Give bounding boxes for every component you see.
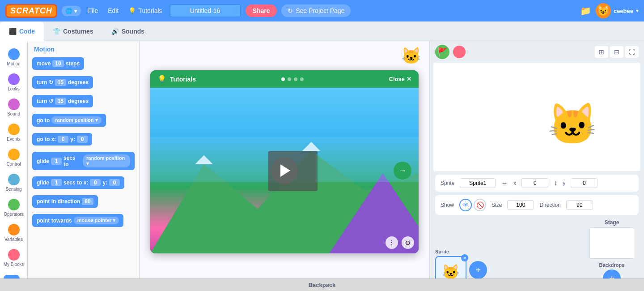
more-options-button[interactable]: ⋮ — [386, 236, 398, 249]
sidebar-item-motion[interactable]: Motion — [0, 45, 27, 70]
motion-label: Motion — [7, 61, 20, 66]
stop-button[interactable] — [453, 46, 466, 58]
scratch-logo[interactable]: SCRATCH — [5, 4, 57, 18]
code-tab-label: Code — [19, 28, 35, 35]
variables-dot — [8, 224, 20, 235]
sidebar-item-sound[interactable]: Sound — [0, 95, 27, 120]
show-buttons: 👁 🚫 — [459, 199, 486, 211]
block-point-towards[interactable]: point towards mouse-pointer ▾ — [32, 214, 123, 227]
block-glide-pos[interactable]: glide 1 secs to random position ▾ — [32, 152, 135, 170]
zoom-button[interactable]: ⊖ — [402, 236, 414, 249]
sidebar-item-sensing[interactable]: Sensing — [0, 170, 27, 195]
block-glide-xy[interactable]: glide 1 secs to x: 0 y: 0 — [32, 176, 124, 189]
tutorial-dot-1 — [281, 77, 285, 81]
tutorial-header: 💡 Tutorials Close ✕ — [150, 70, 419, 88]
tutorial-dot-4 — [300, 77, 304, 81]
tab-code[interactable]: ⬛ Code — [0, 21, 44, 41]
stage-sprite-cat: 🐱 — [547, 101, 597, 148]
control-dot — [8, 149, 20, 160]
tutorial-dot-2 — [288, 77, 291, 81]
x-label: x — [513, 180, 516, 186]
file-menu[interactable]: File — [85, 5, 101, 16]
sidebar-item-variables[interactable]: Variables — [0, 220, 27, 245]
block-move[interactable]: move 10 steps — [32, 57, 84, 70]
sprite-properties: Sprite ↔ x ↕ y — [435, 175, 639, 192]
add-sprite-button[interactable]: + — [469, 261, 487, 279]
fullscreen-button[interactable]: ⛶ — [625, 46, 639, 58]
sound-dot — [8, 98, 20, 110]
tutorial-overlay: 💡 Tutorials Close ✕ — [140, 70, 429, 291]
direction-input[interactable] — [566, 200, 593, 210]
sidebar-item-control[interactable]: Control — [0, 145, 27, 170]
tab-sounds[interactable]: 🔊 Sounds — [102, 21, 153, 41]
x-axis-icon: ↔ — [501, 179, 508, 187]
project-name-input[interactable] — [169, 4, 241, 17]
direction-label: Direction — [539, 202, 560, 208]
block-point-dir[interactable]: point in direction 90 — [32, 195, 98, 208]
see-project-button[interactable]: ↻ See Project Page — [281, 4, 351, 17]
sidebar-item-myblocks[interactable]: My Blocks — [0, 245, 27, 270]
size-label: Size — [491, 202, 502, 208]
backdrops-label: Backdrops — [599, 262, 625, 268]
sidebar-item-operators[interactable]: Operators — [0, 195, 27, 220]
y-value-input[interactable] — [571, 178, 597, 188]
tutorial-video[interactable]: → ⊖ ⋮ — [150, 88, 419, 253]
tabs-bar: ⬛ Code 👕 Costumes 🔊 Sounds — [0, 21, 644, 41]
script-area[interactable]: 🐱 💡 Tutorials Close — [140, 41, 429, 291]
y-axis-icon: ↕ — [554, 179, 557, 187]
sounds-tab-label: Sounds — [122, 28, 144, 35]
globe-icon: 🌐 — [65, 8, 72, 14]
stage-column-label: Stage — [605, 219, 619, 226]
share-button[interactable]: Share — [246, 4, 277, 17]
block-turn-ccw[interactable]: turn ↺ 15 degrees — [32, 95, 93, 107]
green-flag-button[interactable]: 🚩 — [435, 45, 449, 59]
normal-stage-button[interactable]: ⊟ — [610, 46, 623, 58]
size-input[interactable] — [507, 200, 534, 210]
sidebar-item-looks[interactable]: Looks — [0, 70, 27, 95]
x-value-input[interactable] — [521, 178, 548, 188]
folder-icon[interactable]: 📁 — [580, 5, 591, 16]
tab-costumes[interactable]: 👕 Costumes — [44, 21, 102, 41]
stage-canvas: 🐱 — [433, 63, 640, 171]
show-label: Show — [441, 202, 454, 208]
globe-button[interactable]: 🌐 ▾ — [62, 6, 81, 16]
tutorial-title-area: 💡 Tutorials — [157, 75, 196, 83]
sidebar-item-events[interactable]: Events — [0, 120, 27, 145]
sprite-name-input[interactable] — [460, 178, 496, 188]
stage-controls: 🚩 — [435, 45, 466, 59]
backpack-label: Backpack — [309, 282, 336, 288]
tutorial-next-button[interactable]: → — [394, 162, 411, 180]
tutorial-close-button[interactable]: Close ✕ — [389, 76, 411, 82]
show-hidden-button[interactable]: 🚫 — [474, 199, 486, 211]
motion-dot — [8, 48, 20, 60]
script-area-cat: 🐱 — [401, 47, 421, 65]
y-label: y — [563, 180, 565, 186]
backpack-bar[interactable]: Backpack — [0, 278, 644, 291]
sprite-panel: Sprite ↔ x ↕ y Show 👁 🚫 Size Direction — [430, 171, 644, 291]
tutorials-link[interactable]: 💡 Tutorials — [126, 5, 165, 16]
user-chevron: ▾ — [636, 8, 639, 14]
sensing-dot — [8, 174, 20, 185]
myblocks-label: My Blocks — [4, 262, 24, 267]
bulb-icon: 💡 — [128, 7, 136, 14]
user-avatar-area[interactable]: 😺 ceebee ▾ — [596, 3, 639, 18]
block-goto[interactable]: go to random position ▾ — [32, 114, 106, 127]
control-label: Control — [6, 162, 21, 167]
main-layout: Motion Looks Sound Events Control Sensin… — [0, 41, 644, 291]
sprites-section-header: Sprite — [435, 249, 581, 254]
play-button[interactable] — [271, 157, 298, 184]
stage-view-buttons: ⊞ ⊟ ⛶ — [595, 46, 639, 58]
edit-menu[interactable]: Edit — [105, 5, 121, 16]
looks-label: Looks — [8, 86, 20, 91]
variables-label: Variables — [4, 237, 23, 242]
block-goto-xy[interactable]: go to x: 0 y: 0 — [32, 133, 92, 146]
tutorial-dots — [281, 77, 304, 81]
small-stage-button[interactable]: ⊞ — [595, 46, 608, 58]
show-visible-button[interactable]: 👁 — [459, 199, 472, 211]
stage-panel: 🚩 ⊞ ⊟ ⛶ 🐱 Sprite ↔ x ↕ y — [429, 41, 644, 291]
top-nav: SCRATCH 🌐 ▾ File Edit 💡 Tutorials Share … — [0, 0, 644, 21]
operators-label: Operators — [4, 212, 23, 217]
sprite-close-button[interactable]: ✕ — [461, 254, 468, 261]
looks-dot — [8, 73, 20, 85]
block-turn-cw[interactable]: turn ↻ 15 degrees — [32, 76, 93, 89]
